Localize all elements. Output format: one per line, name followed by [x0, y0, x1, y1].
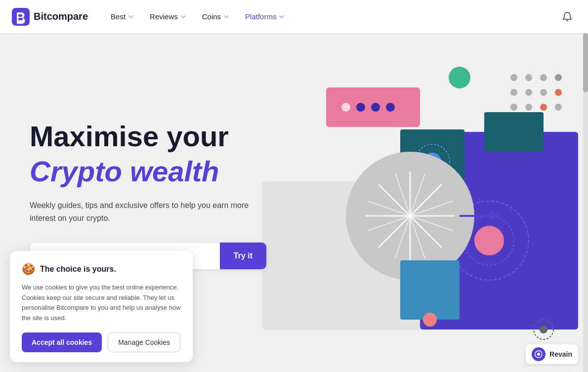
notification-bell[interactable] — [558, 8, 576, 26]
nav-label-coins: Coins — [202, 12, 221, 21]
svg-point-15 — [371, 103, 380, 112]
chevron-down-icon — [180, 14, 186, 20]
hero-title-line1: Maximise your — [30, 121, 267, 152]
svg-point-13 — [341, 103, 350, 112]
nav-label-best: Best — [111, 12, 126, 21]
cookie-title-row: 🍪 The choice is yours. — [22, 263, 181, 276]
revain-label: Revain — [549, 350, 572, 358]
revain-badge: Revain — [526, 344, 578, 364]
svg-rect-2 — [18, 18, 23, 20]
hero-section: Maximise your Crypto wealth Weekly guide… — [0, 33, 588, 372]
svg-rect-1 — [18, 14, 22, 17]
svg-point-31 — [540, 74, 547, 81]
svg-point-39 — [540, 104, 547, 111]
svg-point-29 — [510, 74, 517, 81]
manage-cookies-button[interactable]: Manage Cookies — [108, 332, 180, 352]
nav-label-reviews: Reviews — [150, 12, 178, 21]
chevron-down-icon — [128, 14, 134, 20]
try-it-button[interactable]: Try it — [220, 243, 266, 269]
svg-point-33 — [510, 89, 517, 96]
cookie-emoji: 🍪 — [22, 263, 35, 276]
svg-point-47 — [537, 353, 540, 356]
logo-text: Bitcompare — [34, 11, 88, 22]
accept-all-cookies-button[interactable]: Accept all cookies — [22, 332, 102, 352]
svg-point-14 — [356, 103, 365, 112]
svg-point-45 — [540, 326, 547, 333]
svg-point-34 — [525, 89, 532, 96]
nav-menu: Best Reviews Coins Platforms — [104, 8, 558, 25]
svg-point-37 — [510, 104, 517, 111]
svg-point-35 — [540, 89, 547, 96]
nav-item-reviews[interactable]: Reviews — [143, 8, 193, 25]
svg-point-43 — [423, 313, 437, 327]
scrollbar-thumb[interactable] — [583, 33, 588, 92]
svg-point-41 — [449, 67, 470, 88]
svg-point-38 — [525, 104, 532, 111]
revain-icon — [532, 347, 546, 361]
svg-point-16 — [386, 103, 395, 112]
nav-item-platforms[interactable]: Platforms — [238, 8, 292, 25]
nav-item-best[interactable]: Best — [104, 8, 141, 25]
svg-point-32 — [555, 74, 562, 81]
hero-illustration — [247, 33, 588, 372]
cookie-banner: 🍪 The choice is yours. We use cookies to… — [10, 251, 193, 362]
hero-title-line2: Crypto wealth — [30, 156, 267, 187]
svg-rect-28 — [484, 112, 544, 152]
svg-point-8 — [474, 226, 504, 255]
navbar: Bitcompare Best Reviews Coins Platforms — [0, 0, 588, 33]
nav-item-coins[interactable]: Coins — [195, 8, 236, 25]
cookie-buttons: Accept all cookies Manage Cookies — [22, 332, 181, 352]
scrollbar-track[interactable] — [583, 33, 588, 372]
cookie-body-text: We use cookies to give you the best onli… — [22, 283, 181, 324]
cookie-title: The choice is yours. — [40, 265, 116, 274]
chevron-down-icon — [279, 14, 285, 20]
logo[interactable]: Bitcompare — [12, 8, 88, 26]
nav-label-platforms: Platforms — [245, 12, 276, 21]
svg-rect-42 — [400, 260, 460, 320]
svg-point-30 — [525, 74, 532, 81]
svg-point-40 — [555, 104, 562, 111]
chevron-down-icon — [223, 14, 229, 20]
svg-point-36 — [555, 89, 562, 96]
hero-subtitle: Weekly guides, tips and exclusive offers… — [30, 199, 267, 224]
